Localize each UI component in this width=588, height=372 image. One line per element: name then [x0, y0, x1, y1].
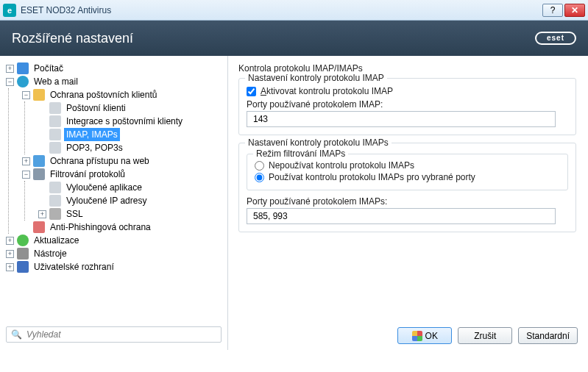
button-label: OK	[425, 331, 438, 341]
tree-label: Uživatelské rozhraní	[32, 260, 116, 273]
tree-label: Nástroje	[32, 247, 69, 260]
tree-item-web-mail[interactable]: − Web a mail	[4, 75, 224, 88]
expand-icon[interactable]: +	[6, 65, 14, 73]
tree-item-ui[interactable]: + Uživatelské rozhraní	[4, 260, 224, 273]
tree-item-imap[interactable]: IMAP, IMAPs	[37, 128, 224, 141]
imaps-radio-on[interactable]: Používat kontrolu protokolu IMAPs pro vy…	[255, 172, 560, 182]
expand-icon[interactable]: +	[38, 210, 46, 218]
doc-icon	[49, 129, 61, 140]
imap-ports-label: Porty používané protokolem IMAP:	[247, 99, 568, 110]
tree-label: Filtrování protokolů	[48, 168, 127, 181]
search-icon: 🔍	[11, 329, 22, 340]
help-button[interactable]: ?	[542, 4, 563, 17]
doc-icon	[49, 102, 61, 114]
tree-label: Ochrana poštovních klientů	[48, 88, 159, 101]
collapse-icon[interactable]: −	[6, 78, 14, 86]
collapse-icon[interactable]: −	[22, 91, 30, 99]
tree-item-mail-protection[interactable]: − Ochrana poštovních klientů	[21, 88, 224, 101]
radio-label: Nepoužívat kontrolu protokolu IMAPs	[269, 160, 414, 171]
imaps-settings-group: Nastavení kontroly protokolu IMAPs Režim…	[238, 143, 576, 232]
expand-icon[interactable]: +	[6, 237, 14, 245]
tree-item-computer[interactable]: + Počítač	[4, 62, 224, 75]
expand-icon[interactable]: +	[6, 250, 14, 258]
uac-shield-icon	[412, 331, 422, 341]
close-button[interactable]: ✕	[564, 4, 585, 17]
radio-input[interactable]	[255, 161, 264, 171]
tree-item-excluded-apps[interactable]: Vyloučené aplikace	[37, 181, 224, 194]
mail-icon	[33, 89, 45, 101]
tree-item-mail-clients[interactable]: Poštovní klienti	[37, 101, 224, 115]
imaps-mode-group: Režim filtrování IMAPs Nepoužívat kontro…	[247, 154, 568, 190]
app-icon: e	[3, 4, 16, 17]
checkbox-input[interactable]	[247, 87, 256, 96]
button-label: Standardní	[526, 331, 570, 341]
tree-label: Web a mail	[32, 75, 80, 88]
tree-item-ssl[interactable]: + SSL	[37, 207, 224, 221]
tree-label: Počítač	[32, 62, 65, 75]
tree-label: SSL	[64, 207, 85, 221]
sidebar: + Počítač − Web a mail −	[0, 56, 228, 350]
computer-icon	[17, 62, 29, 74]
settings-tree[interactable]: + Počítač − Web a mail −	[3, 62, 224, 322]
tree-label: Integrace s poštovními klienty	[64, 115, 185, 128]
group-title: Nastavení kontroly protokolu IMAP	[245, 73, 387, 83]
imap-enable-checkbox[interactable]: Aktivovat kontrolu protokolu IMAP	[247, 86, 568, 96]
tree-label: Poštovní klienti	[64, 101, 128, 115]
tree-label-selected: IMAP, IMAPs	[64, 128, 120, 141]
refresh-icon	[17, 235, 29, 246]
tree-item-excluded-ips[interactable]: Vyloučené IP adresy	[37, 194, 224, 207]
expand-icon[interactable]: +	[22, 157, 30, 165]
lock-icon	[49, 208, 61, 220]
imaps-ports-label: Porty používané protokolem IMAPs:	[247, 196, 568, 207]
tree-item-mail-integration[interactable]: Integrace s poštovními klienty	[37, 115, 224, 128]
tree-item-web-access[interactable]: + Ochrana přístupu na web	[21, 154, 224, 168]
monitor-icon	[17, 261, 29, 273]
doc-icon	[49, 195, 61, 207]
web-icon	[33, 155, 45, 167]
dialog-buttons: OK Zrušit Standardní	[397, 327, 578, 344]
cancel-button[interactable]: Zrušit	[458, 327, 512, 344]
filter-icon	[33, 168, 45, 180]
ok-button[interactable]: OK	[397, 327, 452, 344]
tree-label: Vyloučené IP adresy	[64, 194, 149, 207]
content-pane: Kontrola protokolu IMAP/IMAPs Nastavení …	[228, 56, 588, 350]
tree-item-antiphishing[interactable]: Anti-Phishingová ochrana	[21, 221, 224, 234]
group-title: Nastavení kontroly protokolu IMAPs	[245, 137, 392, 148]
content-title: Kontrola protokolu IMAP/IMAPs	[238, 63, 576, 74]
search-container: 🔍	[6, 326, 222, 343]
tree-label: Ochrana přístupu na web	[48, 154, 152, 168]
subgroup-title: Režim filtrování IMAPs	[253, 149, 348, 159]
imaps-ports-input[interactable]	[247, 208, 556, 224]
globe-icon	[17, 76, 29, 87]
tree-label: Vyloučené aplikace	[64, 181, 144, 194]
tools-icon	[17, 248, 29, 260]
tree-item-update[interactable]: + Aktualizace	[4, 234, 224, 247]
tree-label: Anti-Phishingová ochrana	[48, 221, 153, 234]
doc-icon	[49, 115, 61, 127]
window-title: ESET NOD32 Antivirus	[21, 5, 541, 15]
tree-label: POP3, POP3s	[64, 141, 125, 154]
search-input[interactable]	[26, 329, 216, 340]
brand-logo: eset	[535, 32, 576, 45]
imap-settings-group: Nastavení kontroly protokolu IMAP Aktivo…	[238, 78, 576, 135]
tree-item-protocol-filtering[interactable]: − Filtrování protokolů	[21, 168, 224, 181]
tree-label: Aktualizace	[32, 234, 81, 247]
button-label: Zrušit	[474, 331, 496, 341]
radio-input[interactable]	[255, 173, 264, 182]
imaps-radio-off[interactable]: Nepoužívat kontrolu protokolu IMAPs	[255, 160, 560, 171]
tree-item-tools[interactable]: + Nástroje	[4, 247, 224, 260]
collapse-icon[interactable]: −	[22, 171, 30, 179]
default-button[interactable]: Standardní	[518, 327, 578, 344]
radio-label: Používat kontrolu protokolu IMAPs pro vy…	[269, 172, 475, 182]
checkbox-label: Aktivovat kontrolu protokolu IMAP	[261, 86, 393, 96]
page-title: Rozšířené nastavení	[12, 31, 133, 46]
tree-item-pop3[interactable]: POP3, POP3s	[37, 141, 224, 154]
expand-icon[interactable]: +	[6, 263, 14, 271]
doc-icon	[49, 182, 61, 193]
titlebar: e ESET NOD32 Antivirus ? ✕	[0, 0, 588, 21]
header: Rozšířené nastavení eset	[0, 21, 588, 56]
shield-icon	[33, 221, 45, 233]
imap-ports-input[interactable]	[247, 111, 556, 127]
doc-icon	[49, 142, 61, 154]
